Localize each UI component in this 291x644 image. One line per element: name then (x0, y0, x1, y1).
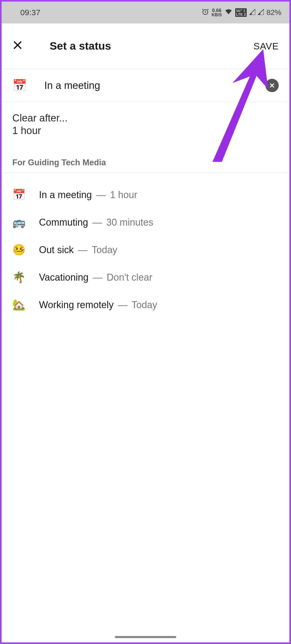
close-button[interactable] (12, 39, 28, 53)
bus-icon: 🚌 (12, 216, 28, 229)
palm-tree-icon: 🌴 (12, 271, 28, 284)
preset-item-remote[interactable]: 🏡 Working remotely — Today (2, 291, 289, 319)
preset-item-sick[interactable]: 🤒 Out sick — Today (2, 236, 289, 264)
sick-face-icon: 🤒 (12, 244, 28, 256)
preset-name: Commuting (39, 217, 88, 228)
alarm-icon (202, 8, 209, 17)
data-rate: 0.66 KB/S (212, 8, 222, 17)
preset-duration: Today (132, 299, 157, 310)
preset-duration: 1 hour (110, 189, 137, 200)
current-status-row[interactable]: 📅 In a meeting (2, 69, 289, 102)
volte-icon: Vo" 1 LTE 2 (235, 8, 247, 17)
save-button[interactable]: SAVE (253, 41, 279, 52)
clock: 09:37 (20, 8, 40, 17)
app-header: Set a status SAVE (2, 23, 289, 69)
preset-duration: 30 minutes (106, 217, 153, 228)
clear-status-button[interactable] (265, 79, 279, 92)
preset-item-commuting[interactable]: 🚌 Commuting — 30 minutes (2, 209, 289, 236)
preset-duration: Today (92, 244, 117, 255)
preset-name: Vacationing (39, 272, 88, 283)
status-emoji-icon[interactable]: 📅 (12, 78, 31, 92)
workspace-section-header: For Guiding Tech Media (2, 150, 289, 173)
calendar-icon: 📅 (12, 189, 28, 201)
preset-duration: Don't clear (107, 272, 152, 283)
preset-name: Working remotely (39, 299, 113, 310)
signal-2-icon (258, 8, 264, 17)
preset-item-meeting[interactable]: 📅 In a meeting — 1 hour (2, 181, 289, 209)
page-title: Set a status (50, 40, 253, 52)
preset-name: In a meeting (39, 189, 92, 200)
home-indicator[interactable] (115, 636, 176, 638)
status-icons: 0.66 KB/S Vo" 1 LTE 2 82% (202, 8, 281, 17)
clear-after-value: 1 hour (12, 125, 279, 136)
status-text-input[interactable]: In a meeting (44, 80, 265, 91)
clear-after-label: Clear after... (12, 112, 279, 124)
battery-percent: 82% (266, 8, 281, 17)
clear-after-row[interactable]: Clear after... 1 hour (2, 102, 289, 150)
preset-list: 📅 In a meeting — 1 hour 🚌 Commuting — 30… (2, 173, 289, 319)
android-status-bar: 09:37 0.66 KB/S Vo" 1 LTE 2 82% (2, 2, 289, 23)
preset-name: Out sick (39, 244, 74, 255)
signal-1-icon (249, 8, 255, 17)
preset-item-vacation[interactable]: 🌴 Vacationing — Don't clear (2, 264, 289, 291)
house-icon: 🏡 (12, 299, 28, 311)
wifi-icon (225, 8, 233, 17)
